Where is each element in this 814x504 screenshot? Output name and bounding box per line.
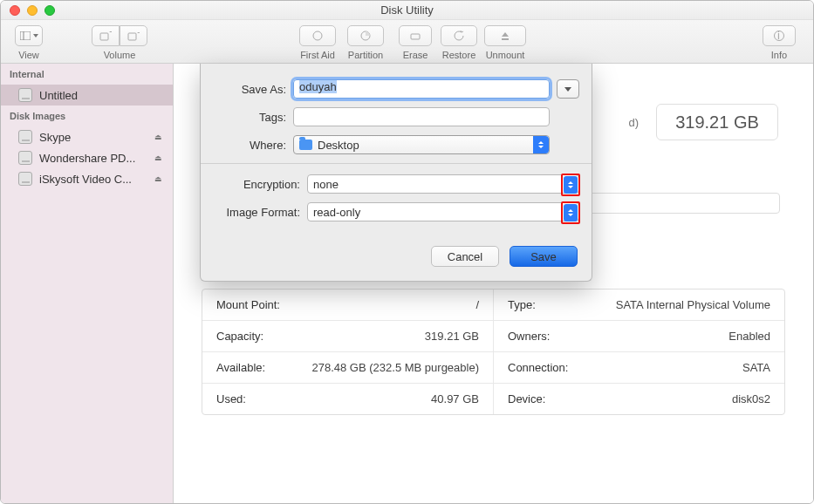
sidebar-item-skype[interactable]: Skype ⏏ bbox=[1, 126, 173, 147]
partition-label: Partition bbox=[348, 50, 383, 60]
toolbar: View + − Volume First Aid Partition Eras… bbox=[1, 20, 813, 64]
svg-text:+: + bbox=[109, 31, 112, 38]
restore-arrow-icon bbox=[453, 30, 465, 42]
save-as-input[interactable]: oduyah bbox=[293, 79, 550, 99]
select-stepper-icon bbox=[533, 136, 549, 153]
info-key: Connection: bbox=[508, 361, 568, 374]
encryption-label: Encryption: bbox=[213, 178, 307, 191]
info-value: disk0s2 bbox=[732, 392, 770, 405]
sidebar-section-internal: Internal bbox=[1, 64, 173, 85]
restore-label: Restore bbox=[442, 50, 476, 60]
info-cell: Type:SATA Internal Physical Volume bbox=[494, 289, 784, 321]
info-label: Info bbox=[771, 50, 787, 60]
info-key: Owners: bbox=[508, 330, 550, 343]
svg-point-6 bbox=[313, 31, 322, 40]
sidebar-icon bbox=[20, 31, 31, 40]
sidebar-item-wondershare[interactable]: Wondershare PD... ⏏ bbox=[1, 147, 173, 168]
chevron-down-icon bbox=[564, 87, 571, 92]
sidebar-item-untitled[interactable]: Untitled bbox=[1, 85, 173, 106]
save-button[interactable]: Save bbox=[510, 246, 578, 267]
eject-icon[interactable]: ⏏ bbox=[154, 174, 162, 183]
info-cell: Owners:Enabled bbox=[494, 321, 784, 352]
info-value: Enabled bbox=[728, 330, 770, 343]
info-cell: Mount Point:/ bbox=[202, 289, 494, 321]
unmount-button[interactable] bbox=[484, 25, 526, 46]
eraser-icon bbox=[409, 31, 421, 41]
tags-label: Tags: bbox=[213, 111, 293, 124]
save-as-value: oduyah bbox=[299, 80, 337, 93]
sidebar-item-iskysoft[interactable]: iSkysoft Video C... ⏏ bbox=[1, 168, 173, 189]
erase-button[interactable] bbox=[399, 25, 432, 46]
volume-size-badge: 319.21 GB bbox=[656, 104, 778, 140]
info-icon: i bbox=[773, 30, 785, 42]
info-key: Type: bbox=[508, 298, 536, 311]
info-cell: Available:278.48 GB (232.5 MB purgeable) bbox=[202, 352, 494, 384]
disk-icon bbox=[18, 172, 32, 186]
save-sheet: Save As: oduyah Tags: Where: Desktop bbox=[200, 64, 592, 282]
eject-icon[interactable]: ⏏ bbox=[154, 133, 162, 141]
remove-volume-button[interactable]: − bbox=[120, 25, 147, 46]
where-select[interactable]: Desktop bbox=[293, 135, 550, 154]
info-cell: Capacity:319.21 GB bbox=[202, 321, 494, 352]
highlight-box bbox=[561, 174, 580, 196]
highlight-box bbox=[561, 201, 580, 224]
save-as-label: Save As: bbox=[213, 83, 293, 96]
encryption-select[interactable]: none bbox=[307, 174, 579, 194]
unmount-label: Unmount bbox=[486, 50, 525, 60]
first-aid-label: First Aid bbox=[300, 50, 335, 60]
tags-input[interactable] bbox=[293, 107, 550, 126]
where-label: Where: bbox=[213, 139, 293, 152]
volume-add-icon: + bbox=[99, 31, 112, 41]
volume-subtitle-fragment: d) bbox=[628, 116, 639, 129]
info-cell: Device:disk0s2 bbox=[494, 384, 784, 414]
sidebar: Internal Untitled Disk Images Skype ⏏ Wo… bbox=[1, 64, 174, 503]
svg-rect-8 bbox=[411, 34, 420, 39]
svg-text:i: i bbox=[777, 30, 780, 42]
info-key: Capacity: bbox=[216, 330, 263, 343]
folder-icon bbox=[299, 140, 312, 150]
sidebar-item-label: iSkysoft Video C... bbox=[39, 173, 132, 186]
add-volume-button[interactable]: + bbox=[92, 25, 120, 46]
eject-icon[interactable]: ⏏ bbox=[154, 153, 162, 162]
info-key: Used: bbox=[216, 392, 246, 405]
svg-rect-0 bbox=[20, 31, 31, 40]
eject-icon bbox=[500, 31, 510, 41]
select-stepper-icon bbox=[564, 176, 578, 194]
volume-info-table: Mount Point:/ Type:SATA Internal Physica… bbox=[202, 289, 785, 415]
info-value: / bbox=[475, 298, 479, 311]
info-key: Device: bbox=[508, 392, 545, 405]
info-value: SATA Internal Physical Volume bbox=[616, 298, 770, 311]
info-cell: Used:40.97 GB bbox=[202, 384, 494, 414]
disk-icon bbox=[18, 151, 32, 165]
info-key: Mount Point: bbox=[216, 298, 280, 311]
image-format-select[interactable]: read-only bbox=[307, 202, 579, 221]
divider bbox=[201, 163, 592, 164]
erase-label: Erase bbox=[403, 50, 428, 60]
volume-label: Volume bbox=[104, 50, 136, 60]
svg-text:−: − bbox=[137, 31, 140, 39]
save-button-label: Save bbox=[530, 250, 557, 263]
select-stepper-icon bbox=[564, 204, 578, 221]
expand-save-dialog-button[interactable] bbox=[557, 79, 579, 99]
sidebar-item-label: Skype bbox=[39, 131, 71, 144]
window-title: Disk Utility bbox=[1, 3, 813, 17]
info-cell: Connection:SATA bbox=[494, 352, 784, 384]
volume-remove-icon: − bbox=[127, 31, 140, 41]
image-format-label: Image Format: bbox=[213, 206, 307, 219]
info-value: 278.48 GB (232.5 MB purgeable) bbox=[311, 361, 479, 374]
sidebar-item-label: Untitled bbox=[39, 89, 78, 102]
where-value: Desktop bbox=[318, 139, 359, 152]
stethoscope-icon bbox=[311, 30, 324, 42]
pie-icon bbox=[359, 30, 372, 42]
cancel-button-label: Cancel bbox=[448, 250, 482, 263]
view-mode-button[interactable] bbox=[15, 25, 43, 46]
first-aid-button[interactable] bbox=[299, 25, 336, 46]
view-label: View bbox=[18, 50, 39, 60]
info-button[interactable]: i bbox=[763, 25, 796, 46]
cancel-button[interactable]: Cancel bbox=[431, 246, 499, 267]
info-value: SATA bbox=[742, 361, 770, 374]
restore-button[interactable] bbox=[441, 25, 477, 46]
disk-icon bbox=[18, 88, 32, 102]
partition-button[interactable] bbox=[347, 25, 384, 46]
disk-icon bbox=[18, 130, 32, 144]
